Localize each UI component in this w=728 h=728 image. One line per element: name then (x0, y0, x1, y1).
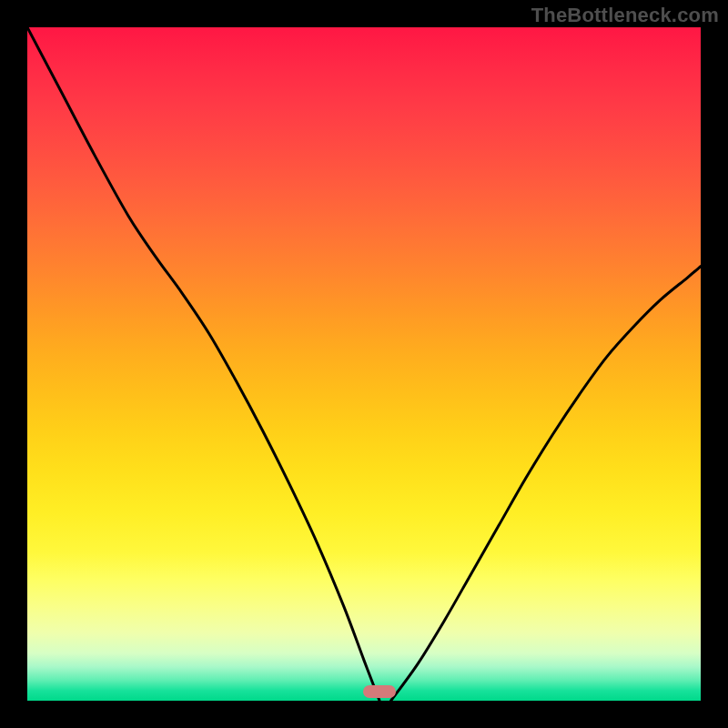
plot-area (27, 27, 701, 701)
bottleneck-curve (27, 27, 701, 701)
optimal-marker (363, 685, 396, 698)
curve-left-branch (27, 27, 379, 701)
chart-frame: TheBottleneck.com (0, 0, 728, 728)
curve-right-branch (391, 267, 701, 701)
watermark-text: TheBottleneck.com (531, 4, 719, 27)
